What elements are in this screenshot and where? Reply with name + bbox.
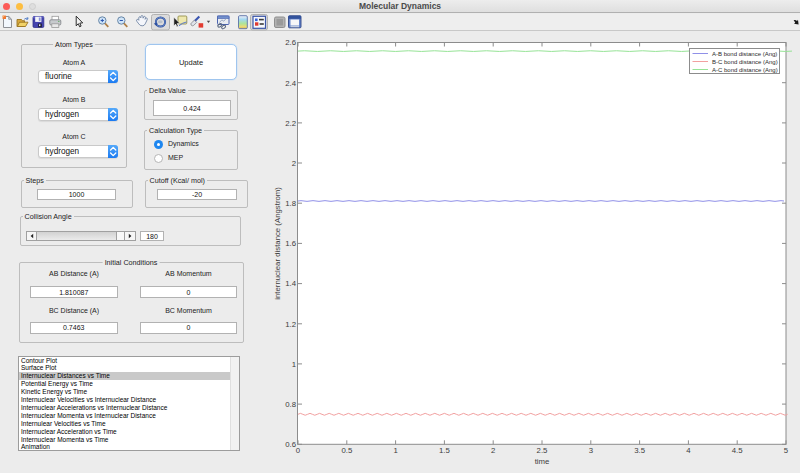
svg-text:0: 0: [296, 446, 301, 455]
svg-text:2.2: 2.2: [285, 119, 296, 128]
svg-text:2.5: 2.5: [537, 446, 549, 455]
svg-text:A-C bond distance (Ang): A-C bond distance (Ang): [712, 67, 778, 73]
svg-text:2.4: 2.4: [285, 79, 297, 88]
svg-text:1.4: 1.4: [285, 279, 297, 288]
svg-text:3: 3: [589, 446, 593, 455]
svg-text:time: time: [535, 457, 550, 466]
svg-text:1.8: 1.8: [285, 199, 296, 208]
svg-text:A-B bond distance (Ang): A-B bond distance (Ang): [712, 51, 777, 57]
svg-text:5: 5: [784, 446, 789, 455]
svg-text:4.5: 4.5: [732, 446, 744, 455]
svg-text:4: 4: [686, 446, 691, 455]
svg-text:1.2: 1.2: [285, 320, 296, 329]
svg-text:2.6: 2.6: [285, 38, 296, 47]
svg-text:internuclear distance (Angstro: internuclear distance (Angstrom): [274, 187, 283, 300]
svg-text:2: 2: [491, 446, 495, 455]
svg-text:B-C bond distance (Ang): B-C bond distance (Ang): [712, 59, 778, 65]
svg-text:0.6: 0.6: [285, 440, 296, 449]
svg-text:1.6: 1.6: [285, 239, 296, 248]
svg-text:1: 1: [393, 446, 397, 455]
svg-text:1.5: 1.5: [439, 446, 451, 455]
svg-text:2: 2: [292, 159, 296, 168]
svg-text:0.5: 0.5: [341, 446, 353, 455]
svg-text:0.8: 0.8: [285, 400, 296, 409]
svg-text:1: 1: [292, 360, 296, 369]
svg-text:3.5: 3.5: [634, 446, 646, 455]
